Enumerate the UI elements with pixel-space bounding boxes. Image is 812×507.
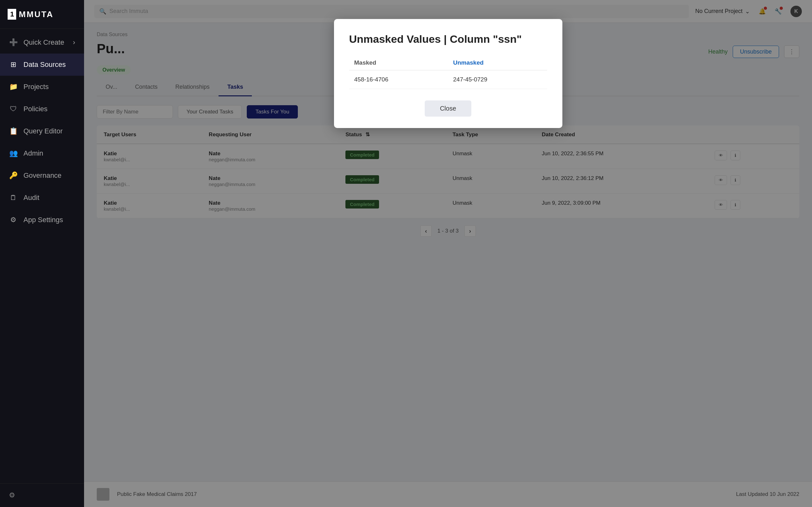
audit-icon: 🗒 [9, 193, 18, 202]
modal-cell-unmasked: 247-45-0729 [448, 70, 547, 89]
sidebar-item-query-editor[interactable]: 📋 Query Editor [0, 120, 84, 142]
logo-box: 1 [8, 9, 16, 20]
gear-icon: ⚙ [9, 216, 18, 224]
sidebar-item-audit[interactable]: 🗒 Audit [0, 187, 84, 209]
sidebar-item-label: Admin [23, 149, 43, 158]
modal: Unmasked Values | Column "ssn" Masked Un… [334, 19, 562, 128]
sidebar-item-label: Quick Create [23, 38, 64, 47]
sidebar-item-app-settings[interactable]: ⚙ App Settings [0, 209, 84, 231]
modal-table-row: 458-16-4706 247-45-0729 [349, 70, 547, 89]
modal-title: Unmasked Values | Column "ssn" [349, 33, 547, 45]
sidebar-item-label: Query Editor [23, 127, 63, 135]
sidebar-item-label: Projects [23, 83, 49, 91]
modal-table: Masked Unmasked 458-16-4706 247-45-0729 [349, 55, 547, 89]
sidebar-item-quick-create[interactable]: ➕ Quick Create › [0, 32, 84, 54]
chevron-right-icon: › [73, 38, 75, 47]
shield-icon: 🛡 [9, 105, 18, 113]
sidebar-item-policies[interactable]: 🛡 Policies [0, 98, 84, 120]
modal-overlay[interactable]: Unmasked Values | Column "ssn" Masked Un… [84, 0, 812, 507]
sidebar-item-label: Data Sources [23, 60, 66, 69]
sidebar-item-data-sources[interactable]: ⊞ Data Sources [0, 54, 84, 76]
sidebar-item-label: App Settings [23, 216, 63, 224]
sidebar-item-admin[interactable]: 👥 Admin [0, 142, 84, 164]
logo: 1 MMUTA [0, 0, 84, 29]
sidebar-nav: ➕ Quick Create › ⊞ Data Sources 📁 Projec… [0, 29, 84, 483]
plus-icon: ➕ [9, 38, 18, 47]
sidebar-footer: ⚙ [0, 483, 84, 507]
sidebar-item-projects[interactable]: 📁 Projects [0, 76, 84, 98]
footer-settings-icon[interactable]: ⚙ [9, 491, 15, 499]
sidebar-item-label: Policies [23, 105, 48, 113]
modal-footer: Close [349, 101, 547, 117]
sidebar-item-label: Audit [23, 193, 39, 202]
modal-cell-masked: 458-16-4706 [349, 70, 448, 89]
sidebar: 1 MMUTA ➕ Quick Create › ⊞ Data Sources … [0, 0, 84, 507]
modal-close-button[interactable]: Close [425, 101, 471, 117]
logo-box-text: 1 [10, 10, 14, 18]
admin-icon: 👥 [9, 149, 18, 158]
query-icon: 📋 [9, 127, 18, 135]
key-icon: 🔑 [9, 171, 18, 180]
modal-col-masked: Masked [349, 55, 448, 70]
sidebar-item-label: Governance [23, 171, 61, 180]
layers-icon: ⊞ [9, 60, 18, 69]
sidebar-item-governance[interactable]: 🔑 Governance [0, 164, 84, 187]
logo-brand-text: MMUTA [19, 9, 54, 19]
folder-icon: 📁 [9, 83, 18, 91]
modal-col-unmasked: Unmasked [448, 55, 547, 70]
main-content: 🔍 Search Immuta No Current Project ⌄ 🔔 🔧… [84, 0, 812, 507]
